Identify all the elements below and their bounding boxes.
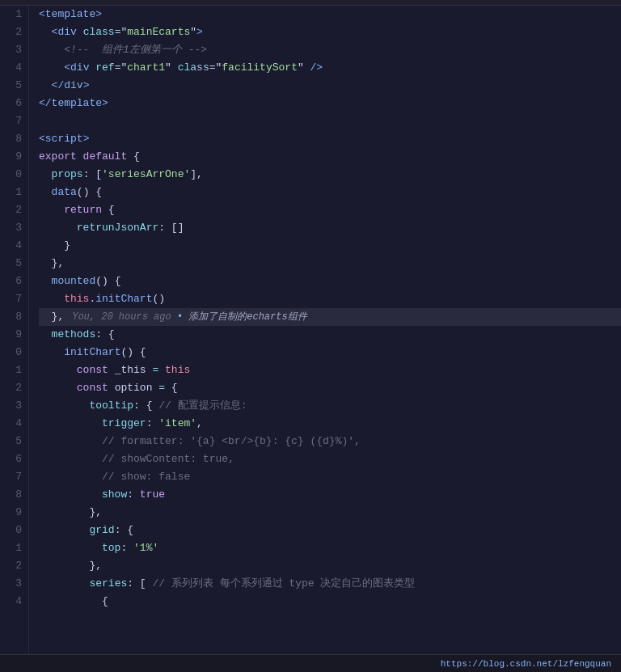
line-number: 2	[6, 379, 22, 397]
inline-annotation: You, 20 hours ago • 添加了自制的echarts组件	[72, 308, 306, 326]
line-numbers: 1234567890123456789012345678901234	[0, 6, 29, 654]
line-number: 1	[6, 539, 22, 557]
line-number: 5	[6, 433, 22, 450]
line-number: 8	[6, 130, 22, 148]
line-number: 4	[6, 415, 22, 433]
code-line: }	[39, 237, 621, 255]
code-line: {	[39, 593, 621, 611]
line-number: 3	[6, 41, 22, 59]
line-number: 7	[6, 468, 22, 486]
code-line: },	[39, 504, 621, 522]
code-line: <script>	[39, 130, 621, 148]
code-line: retrunJsonArr: []	[39, 219, 621, 237]
code-line: },	[39, 557, 621, 575]
code-line: mounted() {	[39, 273, 621, 290]
line-number: 6	[6, 273, 22, 290]
git-blame-bar	[0, 0, 621, 6]
line-number: 0	[6, 166, 22, 184]
line-number: 3	[6, 219, 22, 237]
line-number: 5	[6, 255, 22, 273]
code-line: <template>	[39, 6, 621, 23]
line-number: 1	[6, 184, 22, 201]
line-number: 3	[6, 397, 22, 415]
blog-url[interactable]: https://blog.csdn.net/lzfengquan	[441, 659, 611, 669]
code-area: 1234567890123456789012345678901234 <temp…	[0, 6, 621, 654]
line-number: 4	[6, 59, 22, 77]
code-line: this.initChart()	[39, 290, 621, 308]
line-number: 7	[6, 290, 22, 308]
code-line: const _this = this	[39, 361, 621, 379]
code-line: initChart() {	[39, 344, 621, 361]
line-number: 3	[6, 575, 22, 593]
line-number: 6	[6, 95, 22, 112]
line-number: 2	[6, 201, 22, 219]
code-line: methods: {	[39, 326, 621, 344]
code-line: },	[39, 255, 621, 273]
status-bar: https://blog.csdn.net/lzfengquan	[0, 654, 621, 672]
code-line: trigger: 'item',	[39, 415, 621, 433]
code-line: const option = {	[39, 379, 621, 397]
code-line: data() {	[39, 184, 621, 201]
code-line: show: true	[39, 486, 621, 504]
line-number: 9	[6, 504, 22, 522]
editor-container: 1234567890123456789012345678901234 <temp…	[0, 0, 621, 672]
code-line: </div>	[39, 77, 621, 95]
code-line: <div ref="chart1" class="facilitySort" /…	[39, 59, 621, 77]
code-line: },You, 20 hours ago • 添加了自制的echarts组件	[39, 308, 621, 326]
line-number: 4	[6, 237, 22, 255]
code-line: // formatter: '{a} <br/>{b}: {c} ({d}%)'…	[39, 433, 621, 450]
line-number: 2	[6, 23, 22, 41]
line-number: 4	[6, 593, 22, 611]
code-line	[39, 112, 621, 130]
line-number: 0	[6, 344, 22, 361]
code-line: </template>	[39, 95, 621, 112]
line-number: 2	[6, 557, 22, 575]
code-line: return {	[39, 201, 621, 219]
line-number: 1	[6, 6, 22, 23]
code-line: top: '1%'	[39, 539, 621, 557]
line-number: 8	[6, 486, 22, 504]
line-number: 1	[6, 361, 22, 379]
code-line: series: [ // 系列列表 每个系列通过 type 决定自己的图表类型	[39, 575, 621, 593]
line-number: 8	[6, 308, 22, 326]
line-number: 9	[6, 326, 22, 344]
code-line: export default {	[39, 148, 621, 166]
line-number: 0	[6, 522, 22, 539]
code-line: <!-- 组件1左侧第一个 -->	[39, 41, 621, 59]
line-number: 6	[6, 450, 22, 468]
code-line: tooltip: { // 配置提示信息:	[39, 397, 621, 415]
code-line: // show: false	[39, 468, 621, 486]
code-content[interactable]: <template> <div class="mainEcarts"> <!--…	[29, 6, 621, 654]
line-number: 5	[6, 77, 22, 95]
line-number: 7	[6, 112, 22, 130]
code-line: <div class="mainEcarts">	[39, 23, 621, 41]
code-line: grid: {	[39, 522, 621, 539]
code-line: // showContent: true,	[39, 450, 621, 468]
code-line: props: ['seriesArrOne'],	[39, 166, 621, 184]
line-number: 9	[6, 148, 22, 166]
